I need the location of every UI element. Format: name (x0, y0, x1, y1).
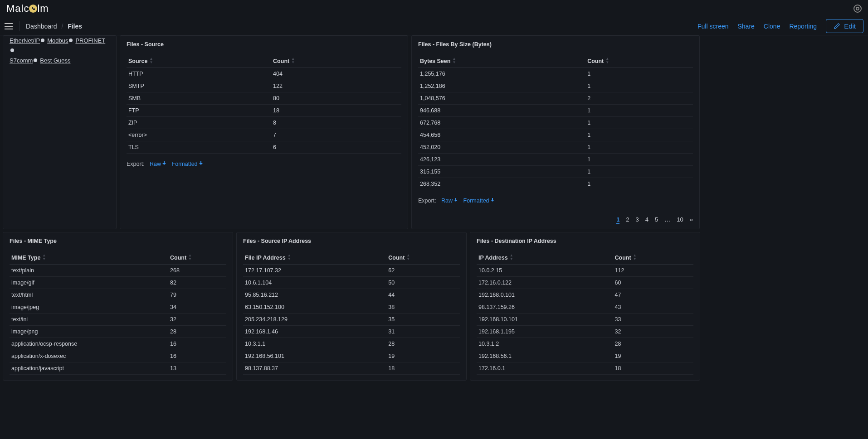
table-row[interactable]: 98.137.159.2643 (477, 301, 693, 314)
pager-item[interactable]: 3 (636, 216, 639, 224)
proto-link[interactable]: S7comm (10, 57, 33, 64)
edit-button[interactable]: Edit (826, 19, 863, 33)
table-row[interactable]: text/plain268 (10, 265, 226, 277)
table-row[interactable]: HTTP404 (127, 68, 401, 80)
export-raw-link[interactable]: Raw (150, 161, 166, 167)
col-bytes[interactable]: Bytes Seen▲▼ (418, 54, 585, 68)
breadcrumb-sep: / (61, 23, 63, 30)
export-formatted-link[interactable]: Formatted (172, 161, 203, 167)
table-row[interactable]: 205.234.218.12935 (243, 314, 460, 326)
export-formatted-link[interactable]: Formatted (463, 198, 495, 204)
table-row[interactable]: text/ini32 (10, 314, 226, 326)
table-row[interactable]: application/javascript13 (10, 362, 226, 375)
table-row[interactable]: 95.85.16.21244 (243, 289, 460, 301)
cell-count: 32 (168, 314, 226, 326)
proto-link[interactable]: PROFINET (75, 37, 105, 44)
table-row[interactable]: 426,1231 (418, 154, 693, 166)
table-row[interactable]: <error>7 (127, 129, 401, 141)
protocols-content: EtherNet/IPModbusPROFINET S7commBest Gue… (10, 36, 110, 66)
col-count[interactable]: Count▲▼ (271, 54, 401, 68)
table-row[interactable]: 10.6.1.10450 (243, 277, 460, 289)
pager-item[interactable]: 1 (616, 216, 619, 224)
sort-icon: ▲▼ (149, 57, 153, 64)
cell-count: 80 (271, 92, 401, 105)
col-count[interactable]: Count▲▼ (585, 54, 693, 68)
cell-count: 1 (585, 117, 693, 129)
top-banner: Malclm (0, 0, 868, 17)
pager-item[interactable]: 10 (677, 216, 683, 224)
export-raw-link[interactable]: Raw (441, 198, 458, 204)
table-row[interactable]: image/png28 (10, 326, 226, 338)
menu-toggle-icon[interactable] (5, 23, 13, 29)
table-row[interactable]: 268,3521 (418, 178, 693, 190)
table-row[interactable]: SMB80 (127, 92, 401, 105)
table-row[interactable]: 315,1551 (418, 166, 693, 178)
pager-item[interactable]: 2 (626, 216, 629, 224)
table-row[interactable]: 172.16.0.118 (477, 362, 693, 375)
reporting-link[interactable]: Reporting (789, 23, 817, 30)
table-row[interactable]: 192.168.56.10119 (243, 350, 460, 362)
proto-link[interactable]: EtherNet/IP (10, 37, 40, 44)
cell-count: 19 (386, 350, 460, 362)
breadcrumb-root[interactable]: Dashboard (26, 23, 57, 30)
fullscreen-link[interactable]: Full screen (697, 23, 728, 30)
cell-count: 82 (168, 277, 226, 289)
cell-key: FTP (127, 105, 271, 117)
sort-icon: ▲▼ (452, 57, 456, 64)
nav-actions: Full screen Share Clone Reporting Edit (697, 19, 863, 33)
table-row[interactable]: 10.0.2.15112 (477, 265, 693, 277)
table-row[interactable]: ZIP8 (127, 117, 401, 129)
table-row[interactable]: 98.137.88.3718 (243, 362, 460, 375)
table-row[interactable]: 172.17.107.3262 (243, 265, 460, 277)
table-row[interactable]: 672,7681 (418, 117, 693, 129)
table-row[interactable]: 172.16.0.12260 (477, 277, 693, 289)
col-mime[interactable]: MIME Type▲▼ (10, 251, 168, 265)
table-row[interactable]: 1,255,1761 (418, 68, 693, 80)
help-icon[interactable] (853, 5, 862, 13)
proto-link[interactable]: Best Guess (40, 57, 70, 64)
pager-item[interactable]: » (690, 216, 693, 224)
table-row[interactable]: 192.168.0.10147 (477, 289, 693, 301)
table-row[interactable]: 454,6561 (418, 129, 693, 141)
table-row[interactable]: 452,0201 (418, 141, 693, 154)
col-srcip[interactable]: File IP Address▲▼ (243, 251, 386, 265)
clone-link[interactable]: Clone (764, 23, 780, 30)
panel-source-ip: Files - Source IP Address File IP Addres… (236, 232, 467, 381)
col-count[interactable]: Count▲▼ (613, 251, 693, 265)
col-dstip[interactable]: IP Address▲▼ (477, 251, 613, 265)
cell-key: <error> (127, 129, 271, 141)
table-row[interactable]: application/x-dosexec16 (10, 350, 226, 362)
table-row[interactable]: image/jpeg34 (10, 301, 226, 314)
table-row[interactable]: application/ocsp-response16 (10, 338, 226, 350)
table-row[interactable]: 192.168.1.19532 (477, 326, 693, 338)
logo-globe-icon (29, 5, 37, 13)
col-source[interactable]: Source▲▼ (127, 54, 271, 68)
pager-item[interactable]: 5 (655, 216, 658, 224)
col-count[interactable]: Count▲▼ (168, 251, 226, 265)
col-count[interactable]: Count▲▼ (386, 251, 460, 265)
proto-link[interactable]: Modbus (47, 37, 68, 44)
table-row[interactable]: 1,252,1861 (418, 80, 693, 92)
table-row[interactable]: 10.3.1.228 (477, 338, 693, 350)
table-row[interactable]: 10.3.1.128 (243, 338, 460, 350)
table-row[interactable]: 192.168.1.4631 (243, 326, 460, 338)
bullet-icon (69, 39, 73, 42)
table-row[interactable]: FTP18 (127, 105, 401, 117)
table-row[interactable]: SMTP122 (127, 80, 401, 92)
table-row[interactable]: 192.168.56.119 (477, 350, 693, 362)
cell-key: SMB (127, 92, 271, 105)
pager-item[interactable]: 4 (645, 216, 649, 224)
table-row[interactable]: TLS6 (127, 141, 401, 154)
table-bysize: Bytes Seen▲▼ Count▲▼ 1,255,17611,252,186… (418, 54, 693, 190)
table-row[interactable]: 946,6881 (418, 105, 693, 117)
download-icon (162, 161, 166, 166)
table-row[interactable]: image/gif82 (10, 277, 226, 289)
cell-key: 452,020 (418, 141, 585, 154)
table-row[interactable]: 1,048,5762 (418, 92, 693, 105)
table-row[interactable]: 192.168.10.10133 (477, 314, 693, 326)
share-link[interactable]: Share (737, 23, 754, 30)
table-row[interactable]: 63.150.152.10038 (243, 301, 460, 314)
dashboard-area: EtherNet/IPModbusPROFINET S7commBest Gue… (0, 35, 868, 385)
table-row[interactable]: text/html79 (10, 289, 226, 301)
app-logo[interactable]: Malclm (6, 3, 49, 14)
